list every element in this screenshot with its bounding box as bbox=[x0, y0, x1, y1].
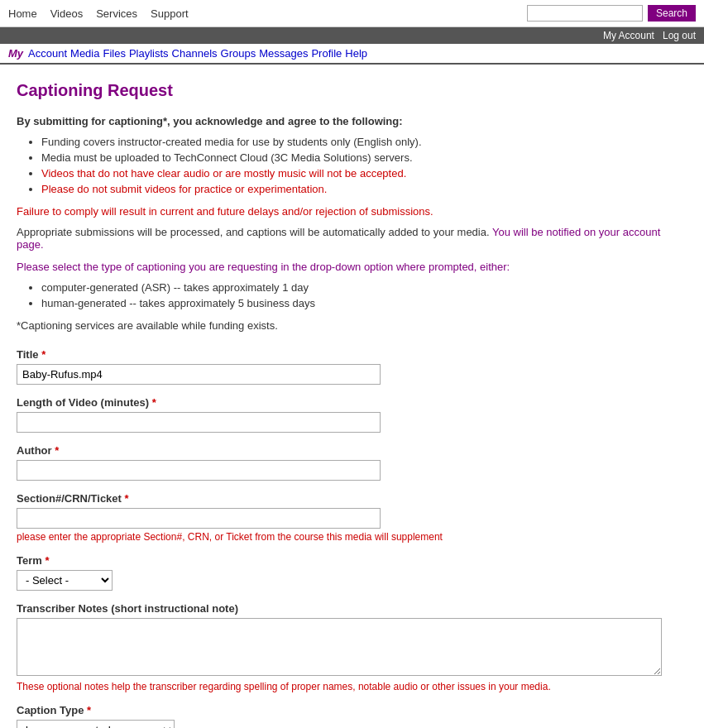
search-button[interactable]: Search bbox=[648, 5, 696, 22]
subnav-messages[interactable]: Messages bbox=[259, 47, 308, 60]
search-input[interactable] bbox=[527, 5, 643, 22]
intro-bold: By submitting for captioning*, you ackno… bbox=[17, 115, 662, 127]
length-group: Length of Video (minutes) * bbox=[17, 396, 662, 433]
top-nav-links: Home Videos Services Support bbox=[8, 7, 189, 20]
length-label: Length of Video (minutes) * bbox=[17, 396, 662, 409]
section-group: Section#/CRN/Ticket * please enter the a… bbox=[17, 492, 662, 543]
info-text: Appropriate submissions will be processe… bbox=[17, 226, 662, 251]
notes-label: Transcriber Notes (short instructional n… bbox=[17, 602, 662, 615]
notes-group: Transcriber Notes (short instructional n… bbox=[17, 602, 662, 692]
info-list: Funding covers instructor-created media … bbox=[41, 136, 662, 195]
author-input[interactable] bbox=[17, 460, 381, 481]
top-nav: Home Videos Services Support Search bbox=[0, 0, 704, 27]
caption-type-group: Caption Type * human-generated computer-… bbox=[17, 704, 662, 728]
section-label: Section#/CRN/Ticket * bbox=[17, 492, 662, 505]
section-hint: please enter the appropriate Section#, C… bbox=[17, 531, 662, 543]
list-item: Media must be uploaded to TechConnect Cl… bbox=[41, 151, 662, 164]
subnav-account[interactable]: Account bbox=[28, 47, 67, 60]
term-group: Term * - Select - Spring 2024 Summer 202… bbox=[17, 554, 662, 591]
list-item: Funding covers instructor-created media … bbox=[41, 136, 662, 148]
page-title: Captioning Request bbox=[17, 81, 662, 100]
nav-videos[interactable]: Videos bbox=[50, 7, 84, 20]
notes-hint: These optional notes help the transcribe… bbox=[17, 681, 662, 692]
list-item: Videos that do not have clear audio or a… bbox=[41, 167, 662, 180]
nav-support[interactable]: Support bbox=[151, 7, 189, 20]
term-label: Term * bbox=[17, 554, 662, 567]
subnav-files[interactable]: Files bbox=[103, 47, 125, 60]
subnav-help[interactable]: Help bbox=[345, 47, 367, 60]
author-label: Author * bbox=[17, 444, 662, 457]
footnote: *Captioning services are available while… bbox=[17, 319, 662, 332]
author-group: Author * bbox=[17, 444, 662, 481]
section-input[interactable] bbox=[17, 508, 381, 529]
list-item: human-generated -- takes approximately 5… bbox=[41, 297, 662, 309]
notes-input[interactable] bbox=[17, 618, 662, 676]
account-bar: My Account Log out bbox=[0, 27, 704, 44]
subnav-playlists[interactable]: Playlists bbox=[129, 47, 169, 60]
caption-type-select[interactable]: human-generated computer-generated (ASR) bbox=[17, 720, 175, 728]
term-select[interactable]: - Select - Spring 2024 Summer 2024 Fall … bbox=[17, 570, 113, 591]
subnav-profile[interactable]: Profile bbox=[311, 47, 342, 60]
logout-link[interactable]: Log out bbox=[663, 30, 696, 41]
main-content: Captioning Request By submitting for cap… bbox=[0, 65, 678, 728]
list-item: computer-generated (ASR) -- takes approx… bbox=[41, 281, 662, 294]
length-input[interactable] bbox=[17, 412, 381, 433]
options-list: computer-generated (ASR) -- takes approx… bbox=[41, 281, 662, 309]
title-label: Title * bbox=[17, 348, 662, 361]
top-search: Search bbox=[527, 5, 696, 22]
list-item: Please do not submit videos for practice… bbox=[41, 183, 662, 195]
nav-home[interactable]: Home bbox=[8, 7, 37, 20]
my-account-link[interactable]: My Account bbox=[603, 30, 654, 41]
title-group: Title * bbox=[17, 348, 662, 385]
sub-nav: My Account Media Files Playlists Channel… bbox=[0, 44, 704, 65]
caption-type-label: Caption Type * bbox=[17, 704, 662, 716]
select-text: Please select the type of captioning you… bbox=[17, 261, 662, 273]
my-label: My bbox=[8, 47, 23, 60]
title-input[interactable] bbox=[17, 364, 381, 385]
subnav-media[interactable]: Media bbox=[70, 47, 99, 60]
subnav-groups[interactable]: Groups bbox=[221, 47, 256, 60]
warning-text: Failure to comply will result in current… bbox=[17, 205, 662, 218]
subnav-channels[interactable]: Channels bbox=[172, 47, 218, 60]
nav-services[interactable]: Services bbox=[96, 7, 137, 20]
